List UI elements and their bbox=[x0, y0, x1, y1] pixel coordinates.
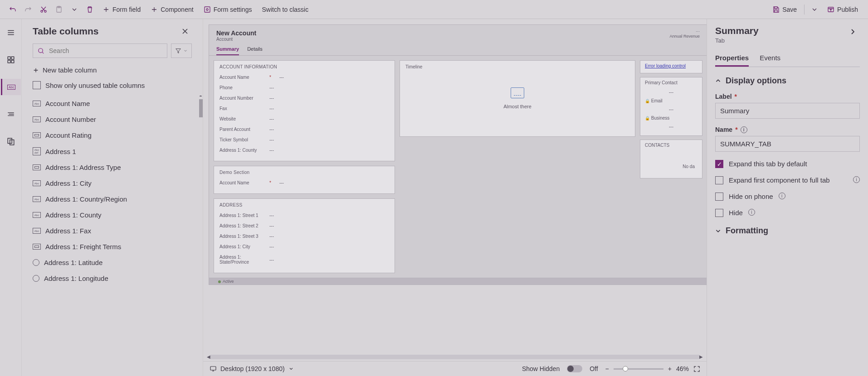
form-tab-details[interactable]: Details bbox=[247, 46, 263, 55]
search-input[interactable] bbox=[48, 47, 162, 55]
section-demo[interactable]: Demo Section Account Name*--- bbox=[214, 166, 395, 194]
horizontal-scrollbar[interactable]: ◀ ▶ bbox=[203, 352, 707, 361]
expand-first-checkbox-row[interactable]: Expand first component to full tab i bbox=[715, 176, 860, 184]
name-input[interactable] bbox=[715, 136, 860, 152]
column-item[interactable]: AbcAccount Number bbox=[33, 111, 199, 127]
form-field[interactable]: Address 1: State/Province--- bbox=[219, 252, 389, 267]
rail-hamburger-button[interactable] bbox=[1, 24, 21, 41]
hide-phone-checkbox[interactable] bbox=[715, 193, 723, 201]
zoom-control[interactable]: − + 46% bbox=[605, 365, 700, 372]
redo-button[interactable] bbox=[21, 3, 35, 16]
section-timeline[interactable]: Timeline Almost there bbox=[400, 60, 635, 137]
column-item[interactable]: AbcAddress 1: County bbox=[33, 207, 199, 223]
zoom-handle[interactable] bbox=[623, 366, 628, 371]
scrollbar-thumb[interactable] bbox=[199, 99, 203, 117]
info-icon[interactable]: i bbox=[748, 209, 755, 216]
cut-button[interactable] bbox=[36, 3, 51, 16]
svg-rect-8 bbox=[11, 57, 14, 59]
add-component-button[interactable]: Component bbox=[146, 3, 198, 16]
form-field[interactable]: Ticker Symbol--- bbox=[219, 135, 389, 145]
hide-checkbox[interactable] bbox=[715, 209, 723, 217]
column-item[interactable]: Account Rating bbox=[33, 127, 199, 143]
side-card-primary-contact[interactable]: Primary Contact --- 🔒 Email --- 🔒 Busine… bbox=[640, 77, 702, 136]
filter-button[interactable] bbox=[171, 43, 192, 58]
section-address[interactable]: ADDRESS Address 1: Street 1---Address 1:… bbox=[214, 198, 395, 273]
save-options-button[interactable] bbox=[807, 3, 822, 16]
column-item[interactable]: Abc defAddress 1 bbox=[33, 143, 199, 159]
error-loading-link[interactable]: Error loading control bbox=[645, 63, 686, 68]
publish-button[interactable]: Publish bbox=[823, 3, 863, 16]
close-panel-button[interactable] bbox=[178, 25, 192, 37]
expand-default-checkbox-row[interactable]: Expand this tab by default bbox=[715, 160, 860, 168]
column-item[interactable]: AbcAddress 1: Country/Region bbox=[33, 191, 199, 207]
form-field[interactable]: Website--- bbox=[219, 114, 389, 124]
form-field[interactable]: Account Name*--- bbox=[219, 72, 389, 82]
hide-phone-checkbox-row[interactable]: Hide on phone i bbox=[715, 193, 860, 201]
rail-components-button[interactable] bbox=[1, 52, 21, 68]
form-field[interactable]: Account Number--- bbox=[219, 93, 389, 103]
form-field[interactable]: Parent Account--- bbox=[219, 124, 389, 135]
selection-type: Tab bbox=[715, 37, 759, 44]
svg-rect-9 bbox=[8, 60, 10, 63]
section-formatting[interactable]: Formatting bbox=[715, 226, 860, 236]
form-field[interactable]: Address 1: Street 2--- bbox=[219, 221, 389, 231]
rail-form-libraries-button[interactable] bbox=[1, 133, 21, 149]
show-unused-checkbox-row[interactable]: Show only unused table columns bbox=[22, 79, 203, 96]
search-box[interactable] bbox=[33, 43, 167, 58]
fit-to-screen-icon[interactable] bbox=[693, 366, 700, 372]
device-label[interactable]: Desktop (1920 x 1080) bbox=[220, 365, 285, 372]
show-unused-checkbox[interactable] bbox=[33, 81, 41, 89]
zoom-in-button[interactable]: + bbox=[668, 365, 672, 372]
delete-button[interactable] bbox=[83, 3, 97, 16]
form-field[interactable]: Account Name*--- bbox=[219, 178, 389, 188]
show-hidden-toggle[interactable] bbox=[567, 365, 582, 372]
new-table-column-button[interactable]: New table column bbox=[33, 66, 97, 74]
column-item[interactable]: AbcAddress 1: City bbox=[33, 175, 199, 191]
chevron-right-icon[interactable] bbox=[845, 25, 860, 38]
tab-events[interactable]: Events bbox=[760, 50, 780, 67]
side-card-error[interactable]: Error loading control bbox=[640, 60, 702, 73]
paste-button[interactable] bbox=[52, 3, 66, 16]
svg-point-5 bbox=[206, 9, 208, 10]
form-field[interactable]: Phone--- bbox=[219, 82, 389, 93]
hide-checkbox-row[interactable]: Hide i bbox=[715, 209, 860, 217]
side-card-contacts[interactable]: CONTACTS No da bbox=[640, 140, 702, 178]
form-field[interactable]: Address 1: Street 3--- bbox=[219, 231, 389, 241]
tab-properties[interactable]: Properties bbox=[715, 50, 749, 67]
column-item[interactable]: Address 1: Longitude bbox=[33, 270, 199, 286]
column-item[interactable]: Address 1: Address Type bbox=[33, 159, 199, 175]
column-item[interactable]: AbcAccount Name bbox=[33, 96, 199, 111]
info-icon[interactable]: i bbox=[779, 193, 785, 199]
form-settings-button[interactable]: Form settings bbox=[199, 3, 257, 16]
form-surface[interactable]: New Account Account ⋯ Annual Revenue Sum… bbox=[209, 24, 707, 285]
section-display-options[interactable]: Display options bbox=[715, 76, 860, 86]
add-form-field-button[interactable]: Form field bbox=[98, 3, 145, 16]
save-button[interactable]: Save bbox=[768, 3, 801, 16]
expand-first-checkbox[interactable] bbox=[715, 176, 723, 184]
undo-button[interactable] bbox=[5, 3, 20, 16]
zoom-out-button[interactable]: − bbox=[605, 365, 609, 372]
form-field[interactable]: Address 1: Street 1--- bbox=[219, 210, 389, 221]
left-rail: Abc bbox=[0, 19, 22, 376]
form-field[interactable]: Fax--- bbox=[219, 103, 389, 114]
rail-columns-button[interactable]: Abc bbox=[1, 79, 21, 95]
switch-to-classic-button[interactable]: Switch to classic bbox=[257, 3, 313, 16]
scroll-up-arrow[interactable]: ▲ bbox=[199, 96, 203, 97]
form-tab-summary[interactable]: Summary bbox=[216, 46, 239, 55]
header-more-icon[interactable]: ⋯ bbox=[696, 29, 700, 34]
revenue-label: Annual Revenue bbox=[669, 34, 700, 39]
label-input[interactable] bbox=[715, 103, 860, 119]
show-unused-label: Show only unused table columns bbox=[45, 82, 145, 89]
info-icon[interactable]: i bbox=[741, 126, 747, 133]
expand-default-checkbox[interactable] bbox=[715, 160, 723, 168]
form-field[interactable]: Address 1: County--- bbox=[219, 145, 389, 155]
section-account-info[interactable]: ACCOUNT INFORMATION Account Name*---Phon… bbox=[214, 60, 395, 161]
info-icon[interactable]: i bbox=[853, 176, 860, 183]
rail-tree-button[interactable] bbox=[1, 106, 21, 122]
column-item[interactable]: AbcAddress 1: Fax bbox=[33, 223, 199, 239]
column-item[interactable]: Address 1: Freight Terms bbox=[33, 239, 199, 255]
column-item[interactable]: Address 1: Latitude bbox=[33, 255, 199, 270]
form-field[interactable]: Address 1: City--- bbox=[219, 241, 389, 252]
paste-options-button[interactable] bbox=[67, 3, 82, 16]
chevron-down-icon[interactable] bbox=[288, 366, 294, 371]
